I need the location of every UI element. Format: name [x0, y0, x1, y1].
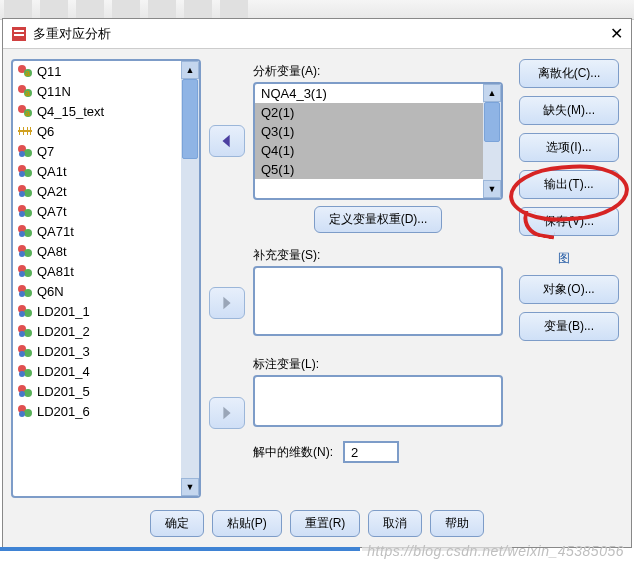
scroll-down-icon[interactable]: ▼ [181, 478, 199, 496]
variable-item[interactable]: LD201_6 [13, 401, 181, 421]
variable-item[interactable]: QA1t [13, 161, 181, 181]
variable-button[interactable]: 变量(B)... [519, 312, 619, 341]
svg-point-33 [24, 249, 32, 257]
arrow-right-icon [218, 294, 236, 312]
output-button[interactable]: 输出(T)... [519, 170, 619, 199]
variable-name: Q4_15_text [37, 104, 104, 119]
move-to-label-button[interactable] [209, 397, 245, 429]
svg-point-51 [24, 369, 32, 377]
variable-item[interactable]: LD201_5 [13, 381, 181, 401]
variable-item[interactable]: QA2t [13, 181, 181, 201]
variable-item[interactable]: LD201_3 [13, 341, 181, 361]
define-weight-button[interactable]: 定义变量权重(D)... [314, 206, 443, 233]
variable-name: Q11N [37, 84, 71, 99]
close-icon[interactable]: ✕ [610, 24, 623, 43]
svg-rect-13 [19, 127, 20, 135]
svg-point-18 [24, 149, 32, 157]
variable-name: LD201_5 [37, 384, 90, 399]
svg-point-22 [19, 171, 25, 177]
variable-item[interactable]: QA7t [13, 201, 181, 221]
paste-button[interactable]: 粘贴(P) [212, 510, 282, 537]
variable-item[interactable]: Q7 [13, 141, 181, 161]
variable-name: LD201_4 [37, 364, 90, 379]
svg-point-58 [19, 411, 25, 417]
left-scrollbar[interactable]: ▲ ▼ [181, 61, 199, 496]
variable-type-icon [17, 403, 33, 419]
svg-point-48 [24, 349, 32, 357]
scroll-thumb[interactable] [484, 102, 500, 142]
save-button[interactable]: 保存(V)... [519, 207, 619, 236]
analysis-variable-list[interactable]: NQA4_3(1)Q2(1)Q3(1)Q4(1)Q5(1) ▲ ▼ [253, 82, 503, 200]
analysis-item[interactable]: Q2(1) [255, 103, 483, 122]
source-variable-list[interactable]: aQ11aQ11NaQ4_15_textQ6Q7QA1tQA2tQA7tQA71… [11, 59, 201, 498]
discretize-button[interactable]: 离散化(C)... [519, 59, 619, 88]
move-to-supplementary-button[interactable] [209, 287, 245, 319]
variable-name: QA71t [37, 224, 74, 239]
background-toolbar [0, 0, 634, 20]
variable-item[interactable]: LD201_2 [13, 321, 181, 341]
missing-button[interactable]: 缺失(M)... [519, 96, 619, 125]
svg-point-40 [19, 291, 25, 297]
analysis-item[interactable]: NQA4_3(1) [255, 84, 483, 103]
scroll-up-icon[interactable]: ▲ [181, 61, 199, 79]
move-to-analysis-button[interactable] [209, 125, 245, 157]
variable-item[interactable]: QA81t [13, 261, 181, 281]
help-button[interactable]: 帮助 [430, 510, 484, 537]
window-title: 多重对应分析 [33, 25, 111, 43]
app-icon [11, 26, 27, 42]
variable-item[interactable]: QA8t [13, 241, 181, 261]
variable-type-icon [17, 303, 33, 319]
variable-name: LD201_6 [37, 404, 90, 419]
reset-button[interactable]: 重置(R) [290, 510, 361, 537]
arrow-right-icon [218, 404, 236, 422]
analysis-item[interactable]: Q4(1) [255, 141, 483, 160]
variable-type-icon [17, 383, 33, 399]
analysis-scrollbar[interactable]: ▲ ▼ [483, 84, 501, 198]
variable-type-icon [17, 223, 33, 239]
svg-point-19 [19, 151, 25, 157]
variable-type-icon [17, 323, 33, 339]
svg-point-37 [19, 271, 25, 277]
variable-item[interactable]: LD201_4 [13, 361, 181, 381]
svg-point-46 [19, 331, 25, 337]
svg-point-43 [19, 311, 25, 317]
decorative-line [0, 547, 360, 551]
scroll-thumb[interactable] [182, 79, 198, 159]
variable-item[interactable]: aQ11N [13, 81, 181, 101]
svg-rect-2 [14, 34, 24, 36]
variable-type-icon: a [17, 63, 33, 79]
scroll-down-icon[interactable]: ▼ [483, 180, 501, 198]
supplementary-list[interactable] [253, 266, 503, 336]
analysis-item[interactable]: Q5(1) [255, 160, 483, 179]
object-button[interactable]: 对象(O)... [519, 275, 619, 304]
variable-type-icon [17, 243, 33, 259]
options-button[interactable]: 选项(I)... [519, 133, 619, 162]
dimensions-label: 解中的维数(N): [253, 444, 333, 461]
variable-name: QA8t [37, 244, 67, 259]
svg-rect-12 [18, 130, 32, 132]
variable-type-icon [17, 143, 33, 159]
variable-name: LD201_1 [37, 304, 90, 319]
variable-type-icon [17, 123, 33, 139]
dimensions-input[interactable] [343, 441, 399, 463]
variable-item[interactable]: Q6 [13, 121, 181, 141]
svg-point-25 [19, 191, 25, 197]
decorative-line [362, 547, 512, 551]
label-variable-list[interactable] [253, 375, 503, 427]
svg-point-55 [19, 391, 25, 397]
variable-name: LD201_3 [37, 344, 90, 359]
ok-button[interactable]: 确定 [150, 510, 204, 537]
svg-point-57 [24, 409, 32, 417]
variable-item[interactable]: aQ4_15_text [13, 101, 181, 121]
variable-item[interactable]: QA71t [13, 221, 181, 241]
dialog-button-row: 确定 粘贴(P) 重置(R) 取消 帮助 [3, 504, 631, 547]
variable-name: Q6 [37, 124, 54, 139]
analysis-item[interactable]: Q3(1) [255, 122, 483, 141]
variable-type-icon [17, 183, 33, 199]
variable-item[interactable]: aQ11 [13, 61, 181, 81]
cancel-button[interactable]: 取消 [368, 510, 422, 537]
variable-item[interactable]: LD201_1 [13, 301, 181, 321]
scroll-up-icon[interactable]: ▲ [483, 84, 501, 102]
variable-item[interactable]: Q6N [13, 281, 181, 301]
svg-rect-1 [14, 30, 24, 32]
